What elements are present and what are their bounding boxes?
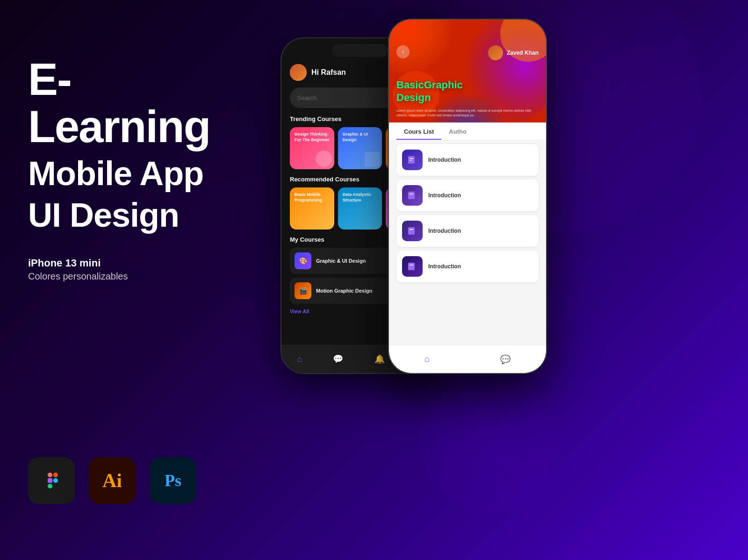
svg-rect-0: [48, 473, 52, 477]
user-avatar: [290, 64, 307, 81]
phone2-nav-home[interactable]: ⌂: [424, 354, 430, 364]
trending-card-2[interactable]: Graphic & UI Design: [338, 127, 382, 169]
recommended-card-2[interactable]: Data Analystic Structure: [338, 187, 382, 230]
lesson-3-title: Introduction: [428, 228, 461, 234]
instructor-avatar: [488, 45, 503, 60]
phone1-notch: [332, 44, 388, 57]
course-list: Introduction Introduction: [389, 140, 546, 290]
ps-label: Ps: [165, 471, 181, 490]
svg-rect-1: [48, 478, 52, 483]
nav-bell-icon[interactable]: 🔔: [374, 354, 385, 364]
phone2-nav-chat[interactable]: 💬: [500, 354, 511, 365]
hero-title-3: UI Design: [28, 197, 234, 234]
lesson-4-title: Introduction: [428, 263, 461, 270]
rec-card-2-title: Data Analystic Structure: [343, 192, 378, 203]
tools-section: Ai Ps: [28, 457, 196, 504]
my-course-1-thumb: 🎨: [295, 252, 311, 269]
lesson-1-thumb: [402, 150, 423, 170]
device-colors: Colores personalizables: [28, 271, 234, 282]
instructor-row: Zaved Khan: [488, 45, 539, 60]
phone2-screen: ‹ Zaved Khan BasicGraphicDesign Lorem ip…: [389, 20, 546, 373]
lesson-4-thumb: [402, 256, 423, 277]
svg-rect-2: [48, 484, 52, 488]
rec-card-1-title: Basic Mobile Programming: [295, 192, 330, 203]
tab-author[interactable]: Autho: [441, 122, 474, 140]
lesson-2-title: Introduction: [428, 192, 461, 199]
hero-title-1: E-Learning: [28, 56, 234, 151]
phone2-course-title: BasicGraphicDesign: [396, 79, 463, 104]
lesson-3-thumb: [402, 221, 423, 241]
device-info: iPhone 13 mini Colores personalizables: [28, 257, 234, 310]
phone-second: ‹ Zaved Khan BasicGraphicDesign Lorem ip…: [388, 19, 547, 374]
nav-home-icon[interactable]: ⌂: [297, 354, 302, 364]
ai-tool: Ai: [89, 457, 136, 504]
trending-card-2-title: Graphic & UI Design: [343, 132, 378, 143]
svg-rect-21: [410, 229, 413, 230]
phone2-course-desc: Lorem ipsum dolor sit amet, consectetur …: [396, 108, 539, 118]
svg-rect-22: [408, 263, 415, 270]
figma-icon: [40, 469, 63, 492]
svg-rect-19: [410, 194, 413, 194]
svg-point-4: [53, 478, 58, 483]
lesson-1-title: Introduction: [428, 157, 461, 163]
lesson-item-4[interactable]: Introduction: [396, 251, 539, 282]
hero-title-2: Mobile App: [28, 155, 234, 192]
phone2-tabs: Cours List Autho: [389, 122, 546, 140]
svg-rect-18: [408, 192, 415, 199]
ps-tool: Ps: [150, 457, 196, 504]
trending-card-1-title: Design Thinking For The Beginner: [295, 132, 330, 143]
tab-cours-list[interactable]: Cours List: [396, 122, 441, 140]
svg-rect-3: [53, 473, 58, 477]
phone2-header-img: ‹ Zaved Khan BasicGraphicDesign Lorem ip…: [389, 20, 546, 122]
svg-rect-16: [410, 158, 413, 159]
recommended-card-1[interactable]: Basic Mobile Programming: [290, 187, 334, 230]
ai-label: Ai: [102, 469, 122, 492]
lesson-2-thumb: [402, 185, 423, 206]
figma-tool: [28, 457, 75, 504]
svg-rect-17: [410, 160, 412, 161]
device-name: iPhone 13 mini: [28, 257, 234, 269]
phone2-bottom-nav: ⌂ 💬: [389, 345, 546, 373]
back-button[interactable]: ‹: [396, 45, 410, 58]
lesson-item-2[interactable]: Introduction: [396, 179, 539, 211]
trending-card-1[interactable]: Design Thinking For The Beginner: [290, 127, 334, 169]
instructor-name: Zaved Khan: [507, 50, 539, 56]
svg-rect-20: [408, 227, 415, 235]
my-course-2-thumb: 🎬: [295, 282, 311, 299]
lesson-item-3[interactable]: Introduction: [396, 215, 539, 247]
svg-rect-23: [410, 265, 413, 266]
lesson-item-1[interactable]: Introduction: [396, 144, 539, 176]
phones-section: Hi Rafsan ⋮ Search 🔍 Trending Courses De…: [257, 0, 748, 560]
nav-chat-icon[interactable]: 💬: [333, 354, 343, 364]
